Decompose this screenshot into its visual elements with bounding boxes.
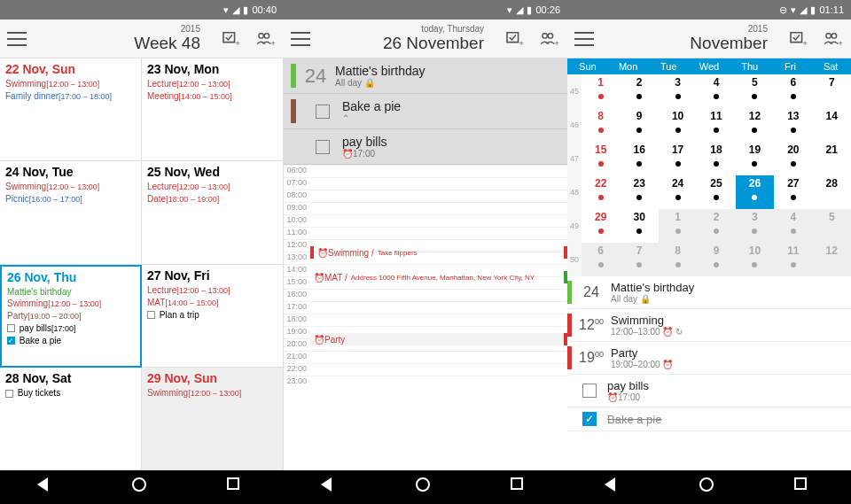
cal-cell[interactable]: 3: [736, 209, 774, 243]
cal-cell[interactable]: 23: [620, 175, 658, 209]
event-line[interactable]: Family dinner[17:00 – 18:00]: [5, 90, 136, 103]
cal-cell[interactable]: 8: [659, 243, 697, 276]
day-cell[interactable]: 24 Nov, TueSwimming[12:00 – 13:00]Picnic…: [0, 161, 142, 264]
title-block[interactable]: 2015 November: [594, 24, 777, 53]
task-line[interactable]: pay bills[17:00]: [7, 322, 135, 335]
hour-row[interactable]: 07:00: [284, 177, 567, 190]
cal-cell[interactable]: 11: [697, 108, 735, 142]
cal-cell[interactable]: 28: [813, 175, 851, 209]
cal-cell[interactable]: 4: [774, 209, 812, 243]
checkbox[interactable]: [316, 105, 330, 119]
cal-cell[interactable]: 22: [582, 175, 620, 209]
invite-icon[interactable]: +: [539, 31, 560, 47]
cal-cell[interactable]: 4: [697, 74, 735, 108]
day-cell[interactable]: 29 Nov, SunSwimming[12:00 – 13:00]: [142, 368, 284, 470]
day-cell[interactable]: 22 Nov, SunSwimming[12:00 – 13:00]Family…: [0, 58, 142, 161]
event-line[interactable]: Date[18:00 – 19:00]: [147, 193, 277, 205]
timed-event-party[interactable]: ⏰Party: [310, 333, 567, 345]
cal-cell[interactable]: 3: [659, 74, 697, 108]
recent-button[interactable]: [511, 477, 530, 497]
event-line[interactable]: Lecture[12:00 – 13:00]: [147, 78, 277, 90]
agenda-row[interactable]: pay bills ⏰17:00: [567, 375, 851, 407]
cal-cell[interactable]: 21: [813, 142, 851, 175]
cal-cell[interactable]: 19: [736, 142, 774, 175]
invite-icon[interactable]: +: [255, 31, 277, 47]
event-line[interactable]: Mattie's birthday: [7, 286, 135, 298]
checkbox[interactable]: [316, 140, 330, 154]
hour-row[interactable]: 09:00: [284, 202, 567, 214]
hour-row[interactable]: 11:00: [284, 227, 567, 239]
title-block[interactable]: 2015 Week 48: [27, 24, 209, 53]
cal-cell[interactable]: 18: [697, 142, 735, 175]
back-button[interactable]: [605, 477, 624, 497]
cal-cell[interactable]: 7: [813, 74, 851, 108]
cal-cell[interactable]: 9: [620, 108, 658, 142]
cal-cell[interactable]: 5: [813, 209, 851, 243]
home-button[interactable]: [416, 477, 435, 497]
home-button[interactable]: [699, 477, 719, 497]
event-line[interactable]: Lecture[12:00 – 13:00]: [147, 181, 277, 193]
title-block[interactable]: today, Thursday 26 November: [310, 24, 493, 53]
day-cell[interactable]: 25 Nov, WedLecture[12:00 – 13:00]Date[18…: [142, 161, 284, 264]
agenda-row[interactable]: 24 Mattie's birthday All day 🔒: [567, 276, 851, 309]
cal-cell[interactable]: 17: [659, 142, 697, 175]
agenda-row[interactable]: 1900 Party 19:00–20:00 ⏰: [567, 342, 851, 375]
cal-cell[interactable]: 30: [620, 209, 658, 243]
checkbox-icon[interactable]: [7, 324, 15, 332]
cal-cell[interactable]: 25: [697, 175, 735, 209]
cal-cell[interactable]: 6: [582, 243, 620, 276]
event-line[interactable]: Meeting[14:00 – 15:00]: [147, 90, 277, 103]
hour-row[interactable]: 08:00: [284, 190, 567, 202]
task-row[interactable]: Bake a pie ⌃: [284, 94, 567, 129]
cal-cell[interactable]: 1: [659, 209, 697, 243]
menu-icon[interactable]: [291, 32, 310, 46]
day-cell[interactable]: 23 Nov, MonLecture[12:00 – 13:00]Meeting…: [142, 58, 284, 161]
menu-icon[interactable]: [574, 32, 594, 46]
invite-icon[interactable]: +: [823, 31, 844, 47]
event-line[interactable]: MAT[14:00 – 15:00]: [147, 297, 277, 309]
checkbox-icon[interactable]: [147, 311, 155, 319]
cal-cell[interactable]: 14: [813, 108, 851, 142]
cal-cell[interactable]: 6: [774, 74, 812, 108]
checkbox[interactable]: [582, 384, 597, 398]
task-line[interactable]: Plan a trip: [147, 309, 277, 321]
cal-cell[interactable]: 13: [774, 108, 812, 142]
cal-cell[interactable]: 12: [813, 243, 851, 276]
hour-row[interactable]: 10:00: [284, 214, 567, 227]
back-button[interactable]: [321, 477, 340, 497]
event-line[interactable]: Picnic[16:00 – 17:00]: [5, 193, 136, 205]
event-line[interactable]: Swimming[12:00 – 13:00]: [5, 181, 136, 193]
cal-cell[interactable]: 27: [774, 175, 812, 209]
checkbox-icon[interactable]: [5, 390, 13, 398]
recent-button[interactable]: [227, 477, 246, 497]
cal-cell[interactable]: 5: [736, 74, 774, 108]
hour-list[interactable]: 06:0007:0008:0009:0010:0011:0012:0013:00…: [284, 165, 567, 470]
cal-cell[interactable]: 9: [697, 243, 735, 276]
timed-event-swimming[interactable]: ⏰Swimming /Take flippers: [310, 246, 567, 259]
hour-row[interactable]: 16:00: [284, 289, 567, 301]
event-line[interactable]: Party[19:00 – 20:00]: [7, 310, 135, 322]
back-button[interactable]: [37, 477, 57, 497]
task-line[interactable]: ✓ Bake a pie: [7, 335, 135, 346]
hour-row[interactable]: 18:00: [284, 314, 567, 326]
event-line[interactable]: Swimming[12:00 – 13:00]: [147, 387, 277, 399]
checkbox[interactable]: ✓: [582, 412, 597, 426]
day-cell[interactable]: 26 Nov, ThuMattie's birthdaySwimming[12:…: [0, 265, 142, 368]
new-task-icon[interactable]: +: [505, 31, 527, 47]
event-line[interactable]: Lecture[12:00 – 13:00]: [147, 284, 277, 297]
cal-cell[interactable]: 24: [659, 175, 697, 209]
cal-cell[interactable]: 15: [582, 142, 620, 175]
home-button[interactable]: [132, 477, 152, 497]
new-task-icon[interactable]: +: [222, 31, 243, 47]
recent-button[interactable]: [794, 477, 814, 497]
checkbox-icon[interactable]: ✓: [7, 337, 15, 345]
cal-cell[interactable]: 1: [582, 74, 620, 108]
cal-cell[interactable]: 2: [620, 74, 658, 108]
menu-icon[interactable]: [7, 32, 27, 46]
cal-cell[interactable]: 10: [659, 108, 697, 142]
hour-row[interactable]: 17:00: [284, 301, 567, 314]
cal-cell[interactable]: 26: [736, 175, 774, 209]
cal-cell[interactable]: 8: [582, 108, 620, 142]
day-cell[interactable]: 28 Nov, Sat Buy tickets: [0, 368, 142, 470]
cal-cell[interactable]: 2: [697, 209, 735, 243]
